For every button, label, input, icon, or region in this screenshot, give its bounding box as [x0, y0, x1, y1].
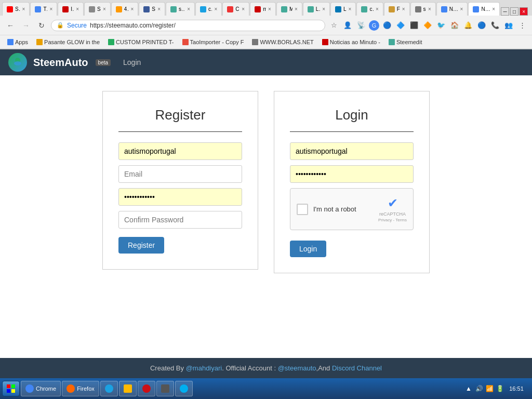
taskbar-ie[interactable]	[100, 381, 118, 396]
bookmark-tao[interactable]: TaoImporter - Copy F	[179, 38, 247, 46]
tab-fi[interactable]: Fi×	[384, 2, 410, 16]
extension-icon5[interactable]: 🐦	[435, 20, 447, 31]
extension-icon1[interactable]: 🔵	[381, 20, 393, 31]
register-email-input[interactable]	[118, 165, 242, 183]
minimize-button[interactable]: ─	[501, 7, 509, 16]
tab-in[interactable]: In×	[58, 2, 84, 16]
tab-active[interactable]: New×	[468, 2, 500, 16]
login-divider	[290, 131, 414, 132]
tray-battery-icon[interactable]: 🔋	[496, 384, 504, 393]
recaptcha-brand-label: reCAPTCHA	[379, 211, 406, 217]
login-password-input[interactable]	[290, 165, 414, 183]
register-confirm-password-input[interactable]	[118, 211, 242, 229]
tab-fb[interactable]: St×	[139, 2, 165, 16]
login-username-input[interactable]	[290, 142, 414, 160]
register-username-input[interactable]	[118, 142, 242, 160]
tab-sa[interactable]: Sa×	[2, 2, 30, 16]
taskbar-firefox[interactable]: Firefox	[62, 381, 99, 396]
recaptcha-checkbox[interactable]	[297, 204, 308, 215]
extension-icon3[interactable]: ⬛	[408, 20, 420, 31]
app-header: SteemAuto beta Login	[0, 49, 532, 75]
main-content: Register Register Login I'm not a robot …	[0, 75, 532, 358]
tab-cc2[interactable]: cc×	[356, 2, 383, 16]
svg-point-1	[14, 61, 21, 65]
tab-ty[interactable]: Ty×	[30, 2, 57, 16]
svg-rect-2	[7, 384, 10, 388]
footer-suffix: ,And	[316, 364, 332, 372]
tab-cc[interactable]: cc×	[195, 2, 222, 16]
back-button[interactable]: ←	[4, 19, 17, 32]
extension-icon8[interactable]: 🔵	[476, 20, 487, 31]
taskbar-chrome[interactable]: Chrome	[21, 381, 61, 396]
secure-icon: 🔒	[57, 22, 64, 29]
extension-icon9[interactable]: 📞	[489, 20, 501, 31]
recaptcha-widget: I'm not a robot ✔ reCAPTCHA Privacy - Te…	[290, 188, 414, 230]
tab-sss[interactable]: sss×	[166, 2, 195, 16]
register-title: Register	[118, 107, 242, 123]
extension-icon6[interactable]: 🏠	[449, 20, 460, 31]
bookmark-borlas[interactable]: WWW.BORLAS.NET	[249, 38, 316, 46]
recaptcha-links-label: Privacy - Terms	[378, 218, 407, 222]
tab-m[interactable]: m×	[250, 2, 276, 16]
footer-middle: . Official Account :	[222, 364, 277, 372]
tab-m2[interactable]: M×	[276, 2, 302, 16]
close-button[interactable]: ×	[520, 7, 528, 16]
bookmark-star-icon[interactable]: ☆	[328, 20, 340, 31]
bookmark-custom[interactable]: CUSTOM PRINTED T-	[105, 38, 177, 46]
extension-icon4[interactable]: 🔶	[422, 20, 433, 31]
forward-button[interactable]: →	[20, 19, 32, 32]
profile-icon[interactable]: 👤	[342, 20, 353, 31]
settings-icon[interactable]: G	[369, 20, 379, 31]
recaptcha-text: I'm not a robot	[313, 205, 356, 213]
taskbar-opera[interactable]	[138, 381, 155, 396]
bookmark-steemedit[interactable]: Steemedit	[385, 38, 425, 46]
start-button[interactable]	[2, 381, 20, 396]
register-form: Register Register	[102, 91, 258, 270]
taskbar-app6[interactable]	[156, 381, 174, 396]
recaptcha-left: I'm not a robot	[297, 204, 356, 215]
address-text: https://steemauto.com/register/	[90, 22, 176, 29]
app-beta-label: beta	[96, 59, 111, 66]
tab-st2[interactable]: st×	[410, 2, 436, 16]
tab-st[interactable]: St×	[84, 2, 111, 16]
taskbar-clock: 16:51	[506, 385, 527, 392]
tab-40[interactable]: 40×	[111, 2, 138, 16]
footer-account-link[interactable]: @steemauto	[278, 364, 316, 372]
footer-discord-link[interactable]: Discord Channel	[332, 364, 382, 372]
extension-icon2[interactable]: 🔷	[395, 20, 406, 31]
bookmarks-bar: Apps Pasante GLOW in the CUSTOM PRINTED …	[0, 35, 532, 49]
extension-icon7[interactable]: 🔔	[462, 20, 474, 31]
footer-prefix: Created By	[150, 364, 186, 372]
bookmark-pasante[interactable]: Pasante GLOW in the	[33, 38, 103, 46]
tab-la[interactable]: La×	[303, 2, 330, 16]
cast-icon[interactable]: 📡	[355, 20, 367, 31]
tray-network-icon[interactable]: 📶	[485, 384, 494, 393]
register-submit-button[interactable]: Register	[118, 237, 164, 254]
reload-button[interactable]: ↻	[35, 19, 48, 32]
app-nav-login[interactable]: Login	[123, 58, 141, 66]
bookmark-noticias[interactable]: Noticias ao Minuto -	[319, 38, 383, 46]
address-bar[interactable]: 🔒 Secure https://steemauto.com/register/	[51, 20, 325, 31]
register-divider	[118, 131, 242, 132]
taskbar-skype[interactable]	[175, 381, 193, 396]
tray-sound-icon[interactable]: 🔊	[475, 384, 483, 393]
secure-label: Secure	[67, 22, 87, 29]
footer-author-link[interactable]: @mahdiyari	[186, 364, 222, 372]
footer: Created By @mahdiyari. Official Account …	[0, 358, 532, 378]
tray-up-icon[interactable]: ▲	[464, 384, 473, 393]
register-password-input[interactable]	[118, 188, 242, 206]
system-tray: ▲ 🔊 📶 🔋 16:51	[461, 384, 530, 393]
tab-li[interactable]: Li×	[330, 2, 356, 16]
extension-icon10[interactable]: 👥	[503, 20, 514, 31]
maximize-button[interactable]: □	[510, 7, 518, 16]
login-submit-button[interactable]: Login	[290, 241, 326, 257]
app-name: SteemAuto	[33, 57, 88, 69]
toolbar-icons: ☆ 👤 📡 G 🔵 🔷 ⬛ 🔶 🐦 🏠 🔔 🔵 📞 👥 ⋮	[328, 20, 528, 31]
tab-cr[interactable]: Cr×	[222, 2, 249, 16]
tab-new[interactable]: New×	[436, 2, 468, 16]
bookmark-apps[interactable]: Apps	[4, 38, 31, 46]
recaptcha-right: ✔ reCAPTCHA Privacy - Terms	[378, 196, 407, 222]
taskbar-explorer[interactable]	[119, 381, 137, 396]
menu-button[interactable]: ⋮	[516, 20, 528, 31]
login-title: Login	[290, 107, 414, 123]
